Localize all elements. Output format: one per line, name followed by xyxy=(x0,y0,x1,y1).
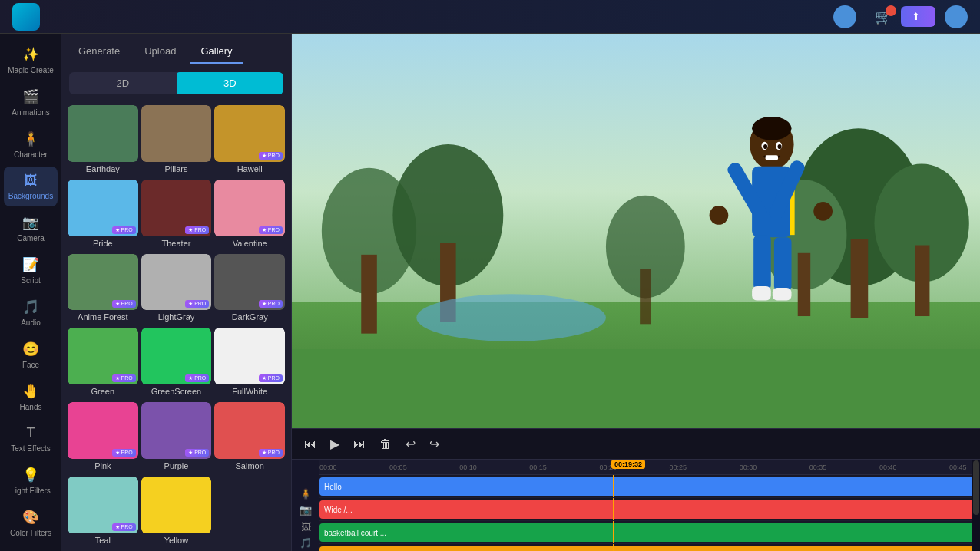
play-button[interactable]: ▶ xyxy=(327,434,343,454)
gallery-item-anime-forest[interactable]: ★ PRO Anime Forest xyxy=(68,254,138,325)
gallery-item-greenscreen[interactable]: ★ PRO GreenScreen xyxy=(141,328,212,399)
sidebar-item-audio[interactable]: 🎵 Audio xyxy=(4,292,58,333)
gallery-grid: Earthday Pillars ★ PRO Hawell ★ PRO Prid… xyxy=(61,102,291,551)
gallery-thumb: ★ PRO xyxy=(68,402,138,459)
nav-settings[interactable] xyxy=(89,14,101,20)
gallery-item-label: Yellow xyxy=(164,536,188,545)
gallery-item-label: Salmon xyxy=(236,461,264,470)
share-button[interactable]: ⬆ xyxy=(901,6,935,27)
gallery-item-pride[interactable]: ★ PRO Pride xyxy=(68,180,138,251)
gallery-thumb: ★ PRO xyxy=(68,180,138,236)
sidebar-label: Camera xyxy=(17,234,45,243)
hands-icon: 🤚 xyxy=(22,383,39,400)
track-row-1[interactable]: Wide /...Wide S...Wide Shot xyxy=(319,498,972,521)
sidebar-label: Light Filters xyxy=(11,487,51,495)
sidebar-item-script[interactable]: 📝 Script xyxy=(4,250,58,291)
gallery-thumb xyxy=(68,105,138,162)
undo-button[interactable]: ↩ xyxy=(402,434,419,454)
gallery-thumb: ★ PRO xyxy=(141,180,212,236)
sidebar-label: Magic Create xyxy=(8,66,53,74)
sidebar-item-light-filters[interactable]: 💡 Light Filters xyxy=(4,460,58,501)
svg-rect-11 xyxy=(798,253,810,316)
nav-help[interactable] xyxy=(120,14,132,20)
camera-icon: 📷 xyxy=(22,214,39,231)
gallery-item-lightgray[interactable]: ★ PRO LightGray xyxy=(141,254,212,325)
track-clip[interactable]: Hello xyxy=(319,477,972,496)
skip-start-button[interactable]: ⏮ xyxy=(301,434,319,454)
gallery-item-theater[interactable]: ★ PRO Theater xyxy=(141,180,212,251)
pro-badge: ★ PRO xyxy=(185,374,209,382)
gallery-item-teal[interactable]: ★ PRO Teal xyxy=(68,477,138,548)
playhead xyxy=(613,498,614,520)
sidebar-item-character[interactable]: 🧍 Character xyxy=(4,124,58,165)
light-filters-icon: 💡 xyxy=(22,467,39,483)
gallery-item-hawell[interactable]: ★ PRO Hawell xyxy=(214,105,285,177)
delete-button[interactable]: 🗑 xyxy=(376,434,395,454)
track-clip[interactable]: Wide /... xyxy=(319,500,972,519)
sidebar-item-camera[interactable]: 📷 Camera xyxy=(4,208,58,249)
redo-button[interactable]: ↪ xyxy=(426,434,442,454)
toggle-2d[interactable]: 2D xyxy=(69,72,177,94)
gallery-item-yellow[interactable]: Yellow xyxy=(141,477,212,548)
panel-tab-upload[interactable]: Upload xyxy=(134,40,187,64)
gallery-item-pillars[interactable]: Pillars xyxy=(141,105,212,177)
track-icon-1: 📷 xyxy=(292,502,319,518)
pro-badge: ★ PRO xyxy=(185,449,209,457)
ruler-mark: 00:05 xyxy=(389,464,407,471)
scene-preview xyxy=(292,34,980,428)
sidebar-item-color-filters[interactable]: 🎨 Color Filters xyxy=(4,503,58,543)
gallery-item-salmon[interactable]: ★ PRO Salmon xyxy=(214,402,285,473)
ruler-mark: 00:30 xyxy=(740,464,757,471)
sidebar-item-text-effects[interactable]: T Text Effects xyxy=(4,419,58,459)
scene-background xyxy=(292,34,980,428)
gallery-item-darkgray[interactable]: ★ PRO DarkGray xyxy=(214,254,285,325)
toggle-3d[interactable]: 3D xyxy=(177,72,284,94)
sidebar-item-templates[interactable]: ⬛ Templates xyxy=(4,545,58,551)
pro-badge: ★ PRO xyxy=(259,226,283,234)
app-logo[interactable] xyxy=(12,3,40,31)
gallery-item-green[interactable]: ★ PRO Green xyxy=(68,328,138,399)
face-icon: 😊 xyxy=(22,341,39,358)
gallery-thumb: ★ PRO xyxy=(214,254,285,311)
timeline-tracks[interactable]: 00:0000:0500:1000:1500:2000:2500:3000:35… xyxy=(319,460,972,551)
sidebar-label: Hands xyxy=(20,403,42,411)
track-row-2[interactable]: basketball court ...Earthday xyxy=(319,521,972,544)
gallery-thumb xyxy=(141,105,212,162)
track-row-3[interactable]: Three PointThree Point xyxy=(319,544,972,551)
gallery-item-fullwhite[interactable]: ★ PRO FullWhite xyxy=(214,328,285,399)
gallery-item-label: Pride xyxy=(93,239,113,248)
sidebar-item-magic-create[interactable]: ✨ Magic Create xyxy=(4,40,58,81)
gallery-item-valentine[interactable]: ★ PRO Valentine xyxy=(214,180,285,251)
sidebar-label: Face xyxy=(22,361,39,369)
gallery-item-pink[interactable]: ★ PRO Pink xyxy=(68,402,138,473)
svg-rect-13 xyxy=(292,349,980,428)
sidebar-item-hands[interactable]: 🤚 Hands xyxy=(4,377,58,417)
gallery-item-label: Pillars xyxy=(165,164,188,173)
track-row-0[interactable]: HelloScreen ...Ramarea's Dance Video xyxy=(319,475,972,498)
sidebar-item-animations[interactable]: 🎬 Animations xyxy=(4,82,58,123)
gallery-item-purple[interactable]: ★ PRO Purple xyxy=(141,402,212,473)
sidebar-item-backgrounds[interactable]: 🖼 Backgrounds xyxy=(4,167,58,206)
backgrounds-icon: 🖼 xyxy=(24,173,38,189)
track-clip[interactable]: basketball court ... xyxy=(319,523,972,542)
nav-file[interactable] xyxy=(58,14,71,20)
pro-badge: ★ PRO xyxy=(259,300,283,308)
track-icon-header xyxy=(292,475,319,486)
ruler-mark: 00:15 xyxy=(529,464,547,471)
sidebar-label: Script xyxy=(21,276,41,285)
panel-tab-generate[interactable]: Generate xyxy=(68,40,131,64)
ruler-mark: 00:00 xyxy=(319,464,337,471)
svg-rect-26 xyxy=(774,237,792,291)
panel-tab-gallery[interactable]: Gallery xyxy=(190,40,243,64)
cart-button[interactable]: 🛒 xyxy=(875,8,892,25)
svg-rect-3 xyxy=(361,255,377,334)
cart-badge xyxy=(886,5,896,16)
avatar-right[interactable] xyxy=(945,5,968,28)
skip-end-button[interactable]: ⏭ xyxy=(350,434,369,454)
avatar-left[interactable] xyxy=(833,5,856,28)
sidebar-item-face[interactable]: 😊 Face xyxy=(4,335,58,375)
track-icon-3: 🎵 xyxy=(292,535,319,551)
gallery-item-earthday[interactable]: Earthday xyxy=(68,105,138,177)
track-clip[interactable]: Three Point xyxy=(319,546,972,551)
timeline-scrollbar[interactable] xyxy=(972,460,980,551)
